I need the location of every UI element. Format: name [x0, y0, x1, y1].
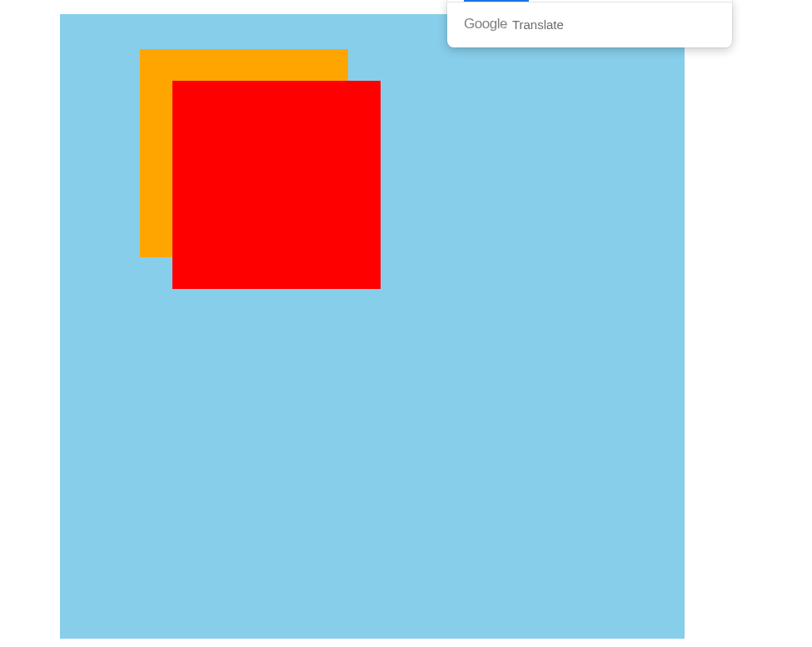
google-logo-letter: o	[482, 16, 490, 32]
google-logo-letter: G	[464, 16, 475, 32]
translate-tab-active-indicator[interactable]	[464, 0, 529, 2]
translate-footer[interactable]: G o o g l e Translate	[447, 2, 732, 47]
translate-label: Translate	[512, 17, 564, 32]
google-logo-icon: G o o g l e	[464, 16, 507, 32]
google-logo-letter: o	[475, 16, 482, 32]
google-logo-letter: g	[490, 16, 497, 32]
translate-tab-inactive-indicator[interactable]	[529, 1, 645, 2]
google-logo-letter: e	[500, 16, 507, 32]
google-translate-popup: G o o g l e Translate	[447, 0, 732, 47]
red-square-shape[interactable]	[172, 81, 381, 289]
canvas-area[interactable]	[60, 14, 685, 639]
